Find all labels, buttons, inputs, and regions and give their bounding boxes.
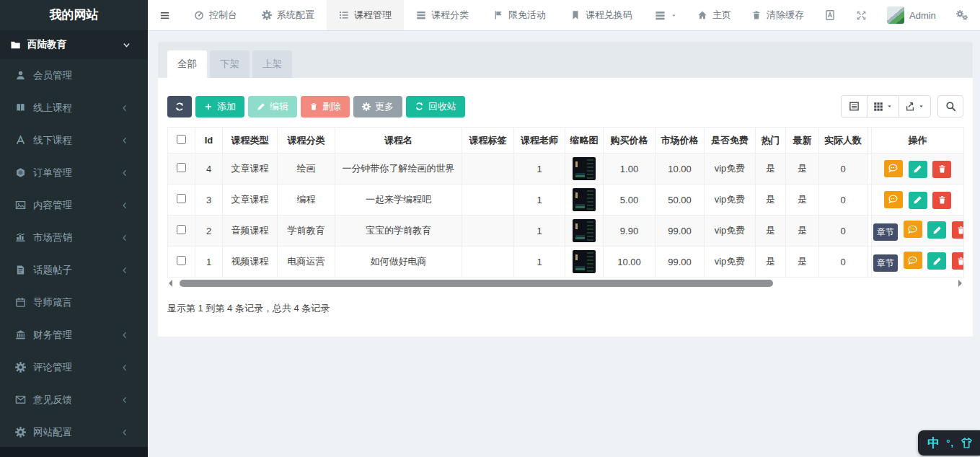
columns-dropdown-button[interactable] <box>867 95 899 117</box>
thumbnail-image[interactable] <box>573 219 596 242</box>
comment-button[interactable] <box>904 252 922 269</box>
free-status-link[interactable]: vip免费 <box>715 225 746 236</box>
course-type-link[interactable]: 文章课程 <box>231 163 269 174</box>
scroll-right-arrow[interactable] <box>958 280 962 287</box>
comment-button[interactable] <box>884 160 903 177</box>
edit-row-button[interactable] <box>909 192 927 209</box>
sidebar-item-feedback[interactable]: 意见反馈 <box>0 383 148 416</box>
sidebar-item-orders[interactable]: 订单管理 <box>0 156 148 189</box>
search-button[interactable] <box>937 95 963 117</box>
chapters-button[interactable]: 章节 <box>873 254 898 272</box>
newest-toggle-link[interactable]: 是 <box>798 163 807 174</box>
nav-tab-system-config[interactable]: 系统配置 <box>250 0 327 30</box>
sidebar-item-site-config[interactable]: 网站配置 <box>0 416 148 448</box>
thumbnail-image[interactable] <box>573 250 596 273</box>
edit-button[interactable]: 编辑 <box>248 96 297 117</box>
newest-toggle-link[interactable]: 是 <box>798 194 807 205</box>
header-market-price[interactable]: 市场价格 <box>655 128 705 154</box>
header-thumbnail[interactable]: 缩略图 <box>565 128 604 154</box>
sidebar-item-marketing[interactable]: 市场营销 <box>0 221 148 254</box>
more-button[interactable]: 更多 <box>353 96 402 117</box>
newest-toggle-link[interactable]: 是 <box>798 225 807 236</box>
refresh-button[interactable] <box>167 96 192 117</box>
sidebar-item-members[interactable]: 会员管理 <box>0 59 148 92</box>
hot-toggle-link[interactable]: 是 <box>766 225 775 236</box>
tab-all[interactable]: 全部 <box>167 50 207 78</box>
nav-tab-course-management[interactable]: 课程管理 <box>327 0 404 30</box>
sidebar-item-comments[interactable]: 评论管理 <box>0 351 148 383</box>
course-type-link[interactable]: 音频课程 <box>231 225 269 236</box>
header-course-teacher[interactable]: 课程老师 <box>514 128 565 154</box>
comment-button[interactable] <box>884 191 903 208</box>
edit-row-button[interactable] <box>927 252 946 270</box>
nav-tab-free-activities[interactable]: 限免活动 <box>481 0 558 30</box>
newest-toggle-link[interactable]: 是 <box>798 256 807 267</box>
header-course-name[interactable]: 课程名 <box>335 128 462 154</box>
nav-fullscreen-button[interactable] <box>846 0 877 30</box>
sidebar-item-topic-posts[interactable]: 话题帖子 <box>0 254 148 286</box>
header-id[interactable]: Id <box>195 128 223 154</box>
sidebar-toggle-button[interactable] <box>148 0 182 30</box>
ime-punctuation-indicator[interactable]: °, <box>946 438 954 448</box>
ime-toolbar[interactable]: 中 °, <box>918 430 980 456</box>
sidebar-item-offline-courses[interactable]: 线下课程 <box>0 124 148 156</box>
thumbnail-image[interactable] <box>573 157 596 180</box>
free-status-link[interactable]: vip免费 <box>715 194 746 205</box>
edit-row-button[interactable] <box>909 161 927 178</box>
sidebar-item-content[interactable]: 内容管理 <box>0 189 148 221</box>
header-course-tag[interactable]: 课程标签 <box>462 128 514 154</box>
recycle-bin-button[interactable]: 回收站 <box>406 96 465 117</box>
nav-settings-button[interactable] <box>946 0 979 30</box>
header-course-type[interactable]: 课程类型 <box>223 128 278 154</box>
tab-off-shelf[interactable]: 下架 <box>210 50 250 78</box>
header-is-free[interactable]: 是否免费 <box>705 128 756 154</box>
header-hot[interactable]: 热门 <box>756 128 786 154</box>
tab-on-shelf[interactable]: 上架 <box>252 50 292 78</box>
sidebar-item-mentor-quotes[interactable]: 导师箴言 <box>0 286 148 319</box>
chapters-button[interactable]: 章节 <box>873 223 898 241</box>
hot-toggle-link[interactable]: 是 <box>766 256 775 267</box>
nav-tab-course-codes[interactable]: 课程兑换码 <box>558 0 645 30</box>
edit-row-button[interactable] <box>927 221 946 239</box>
comment-button[interactable] <box>904 221 922 238</box>
select-all-checkbox[interactable] <box>177 135 186 144</box>
scrollbar-thumb[interactable] <box>180 280 773 287</box>
delete-button[interactable]: 删除 <box>301 96 350 117</box>
course-type-link[interactable]: 视频课程 <box>231 256 269 267</box>
header-newest[interactable]: 最新 <box>786 128 819 154</box>
nav-home[interactable]: 主页 <box>687 0 741 30</box>
header-actual-count[interactable]: 实际人数 <box>819 128 868 154</box>
course-type-link[interactable]: 文章课程 <box>231 194 269 205</box>
detail-view-button[interactable] <box>841 95 867 117</box>
row-checkbox[interactable] <box>177 225 186 234</box>
export-dropdown-button[interactable] <box>899 95 931 117</box>
nav-clear-cache[interactable]: 清除缓存 <box>741 0 814 30</box>
nav-language-button[interactable] <box>814 0 846 30</box>
add-button[interactable]: 添加 <box>195 96 244 117</box>
sidebar-group-xilu-education[interactable]: 西陆教育 <box>0 30 148 59</box>
scroll-left-arrow[interactable] <box>169 280 172 287</box>
delete-row-button[interactable] <box>952 221 964 239</box>
nav-menu-dropdown[interactable] <box>645 0 687 30</box>
header-course-category[interactable]: 课程分类 <box>278 128 335 154</box>
ime-mode-indicator[interactable]: 中 <box>927 435 940 451</box>
delete-row-button[interactable] <box>952 252 964 270</box>
sidebar-item-finance[interactable]: 财务管理 <box>0 319 148 351</box>
sidebar-item-online-courses[interactable]: 线上课程 <box>0 92 148 124</box>
nav-user-menu[interactable]: Admin <box>877 0 946 30</box>
hot-toggle-link[interactable]: 是 <box>766 163 775 174</box>
free-status-link[interactable]: vip免费 <box>715 163 746 174</box>
thumbnail-image[interactable] <box>573 188 596 211</box>
row-checkbox[interactable] <box>177 163 186 172</box>
delete-row-button[interactable] <box>932 161 951 178</box>
delete-row-button[interactable] <box>932 192 951 209</box>
row-checkbox[interactable] <box>177 194 186 203</box>
header-buy-price[interactable]: 购买价格 <box>604 128 655 154</box>
free-status-link[interactable]: vip免费 <box>715 256 746 267</box>
hot-toggle-link[interactable]: 是 <box>766 194 775 205</box>
horizontal-scrollbar[interactable] <box>167 279 963 289</box>
row-checkbox[interactable] <box>177 256 186 265</box>
nav-tab-dashboard[interactable]: 控制台 <box>182 0 250 30</box>
nav-tab-course-categories[interactable]: 课程分类 <box>404 0 481 30</box>
ime-skin-shirt-icon[interactable] <box>961 437 973 449</box>
